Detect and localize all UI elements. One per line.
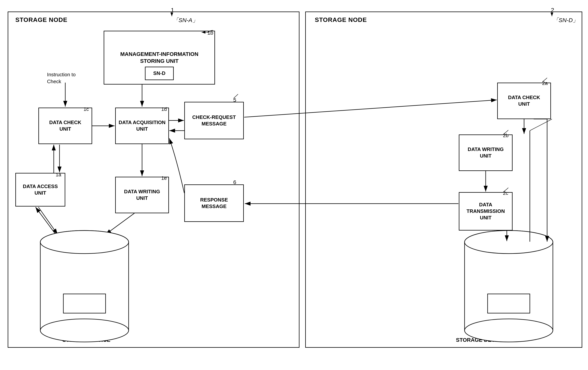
unit-5: CHECK-REQUESTMESSAGE (184, 102, 244, 139)
ref-2b: 2b (503, 132, 509, 139)
storage-node-2-label: STORAGE NODE (315, 16, 367, 23)
ref-2c: 2c (503, 190, 508, 196)
storage-node-1-id: 「SN-A」 (173, 16, 198, 24)
ref-2: 2 (551, 7, 554, 13)
unit-1a: DATA ACCESSUNIT (15, 173, 65, 207)
unit-1e: DATA WRITINGUNIT (115, 177, 169, 213)
ref-3a: 3a (83, 302, 88, 308)
storage-node-2-id: 「SN-D」 (553, 16, 578, 24)
ref-6: 6 (233, 179, 236, 185)
ref-1e: 1e (161, 175, 167, 181)
ref-1: 1 (171, 7, 174, 13)
unit-1c: DATA CHECKUNIT (38, 108, 92, 144)
ref-4a: 4a (503, 302, 509, 308)
unit-2a: DATA CHECKUNIT (497, 83, 551, 119)
ref-1d: 1d (161, 106, 167, 112)
instruction-label: Instruction toCheck (47, 71, 76, 85)
ref-2a: 2a (542, 80, 548, 86)
storage-device-3-label: STORAGE DEVICE (38, 336, 134, 344)
ref-1a: 1a (56, 172, 61, 178)
ref-5: 5 (233, 97, 236, 103)
storage-node-2 (305, 11, 582, 348)
storage-node-1-label: STORAGE NODE (15, 16, 67, 23)
unit-1d: DATA ACQUISITIONUNIT (115, 108, 169, 144)
unit-6: RESPONSEMESSAGE (184, 185, 244, 222)
unit-1b: MANAGEMENT-INFORMATIONSTORING UNIT SN-D (104, 31, 215, 85)
ref-4: 4 (541, 238, 545, 244)
ref-1c: 1c (84, 106, 89, 112)
storage-device-4-label: STORAGE DEVICE (432, 336, 528, 344)
diagram-container: STORAGE NODE 「SN-A」 1 STORAGE NODE 「SN-D… (0, 0, 588, 370)
unit-2b: DATA WRITINGUNIT (459, 134, 513, 171)
ref-1b: 1b (207, 30, 213, 36)
ref-3: 3 (125, 238, 128, 244)
unit-2c: DATATRANSMISSIONUNIT (459, 192, 513, 230)
